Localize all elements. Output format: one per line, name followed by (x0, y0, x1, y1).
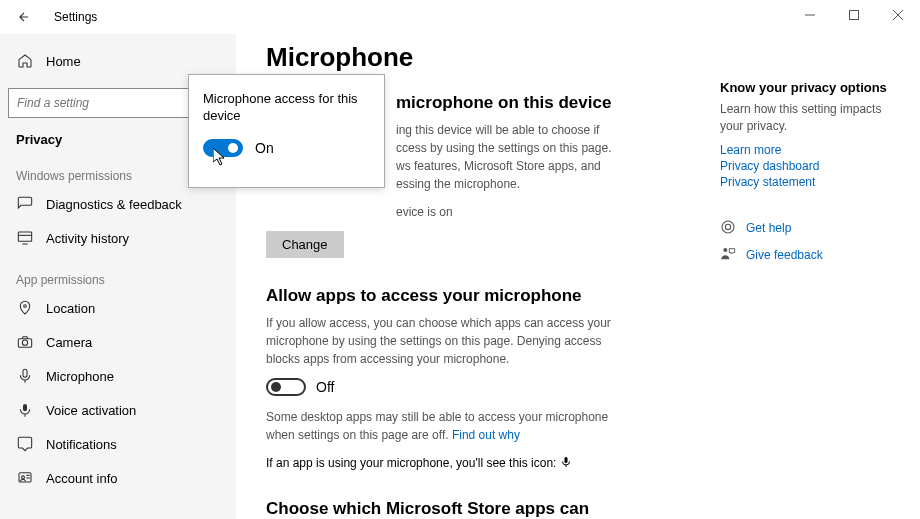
svg-rect-18 (564, 457, 567, 463)
sidebar-home[interactable]: Home (0, 44, 236, 78)
sidebar-item-activity[interactable]: Activity history (0, 221, 236, 255)
section1-status: evice is on (396, 203, 756, 221)
window-title: Settings (54, 10, 97, 24)
voice-icon (16, 402, 34, 418)
section2-title: Allow apps to access your microphone (266, 286, 890, 306)
change-button[interactable]: Change (266, 231, 344, 258)
feedback-icon (16, 196, 34, 212)
svg-point-19 (722, 221, 734, 233)
sidebar-heading-app-permissions: App permissions (0, 255, 236, 291)
section1-line1: ing this device will be able to choose i… (396, 123, 599, 137)
minimize-button[interactable] (788, 0, 832, 30)
feedback-person-icon (720, 246, 736, 265)
toggle-off-icon (266, 378, 306, 396)
window-controls (788, 0, 920, 30)
sidebar-item-camera[interactable]: Camera (0, 325, 236, 359)
toggle-on-icon (203, 139, 243, 157)
popup-toggle-state: On (255, 140, 274, 156)
sidebar-item-diagnostics[interactable]: Diagnostics & feedback (0, 187, 236, 221)
section2-note-wrap: Some desktop apps may still be able to a… (266, 408, 626, 444)
sidebar-home-label: Home (46, 54, 81, 69)
home-icon (16, 53, 34, 69)
mic-access-popup: Microphone access for this device On (188, 74, 385, 188)
section1-line2: ccess by using the settings on this page… (396, 141, 611, 155)
toggle-state-label: Off (316, 379, 334, 395)
find-out-why-link[interactable]: Find out why (452, 428, 520, 442)
sidebar-item-label: Notifications (46, 437, 117, 452)
section1-line3: ws features, Microsoft Store apps, and (396, 159, 601, 173)
section2-using: If an app is using your microphone, you'… (266, 456, 556, 470)
svg-rect-6 (18, 232, 31, 241)
svg-point-11 (22, 340, 27, 345)
sidebar-item-notifications[interactable]: Notifications (0, 427, 236, 461)
section1-line4: essing the microphone. (396, 177, 520, 191)
page-title: Microphone (266, 42, 890, 73)
right-panel: Know your privacy options Learn how this… (720, 80, 900, 273)
sidebar-item-location[interactable]: Location (0, 291, 236, 325)
help-icon (720, 219, 736, 238)
svg-point-9 (24, 305, 27, 308)
popup-text: Microphone access for this device (203, 91, 370, 125)
privacy-options-body: Learn how this setting impacts your priv… (720, 101, 900, 135)
allow-apps-toggle[interactable]: Off (266, 378, 890, 396)
sidebar-item-microphone[interactable]: Microphone (0, 359, 236, 393)
section2-note: Some desktop apps may still be able to a… (266, 410, 608, 442)
titlebar: Settings (0, 0, 920, 34)
sidebar-item-account[interactable]: Account info (0, 461, 236, 495)
mic-in-use-icon (560, 455, 572, 473)
privacy-options-title: Know your privacy options (720, 80, 900, 95)
sidebar-item-voice[interactable]: Voice activation (0, 393, 236, 427)
privacy-dashboard-link[interactable]: Privacy dashboard (720, 159, 900, 173)
svg-rect-1 (850, 11, 859, 20)
svg-point-15 (22, 476, 25, 479)
sidebar-item-label: Location (46, 301, 95, 316)
sidebar-item-label: Diagnostics & feedback (46, 197, 182, 212)
close-button[interactable] (876, 0, 920, 30)
account-icon (16, 470, 34, 486)
microphone-icon (16, 368, 34, 384)
back-button[interactable] (10, 3, 38, 31)
sidebar-item-label: Voice activation (46, 403, 136, 418)
notifications-icon (16, 436, 34, 452)
svg-point-20 (725, 224, 730, 229)
learn-more-link[interactable]: Learn more (720, 143, 900, 157)
get-help-link[interactable]: Get help (720, 219, 900, 238)
svg-rect-13 (23, 404, 27, 411)
section2-using-wrap: If an app is using your microphone, you'… (266, 454, 626, 473)
svg-rect-12 (23, 369, 27, 377)
sidebar-item-label: Microphone (46, 369, 114, 384)
sidebar-item-label: Activity history (46, 231, 129, 246)
maximize-button[interactable] (832, 0, 876, 30)
sidebar-item-label: Camera (46, 335, 92, 350)
svg-point-21 (723, 248, 727, 252)
activity-icon (16, 230, 34, 246)
section2-body: If you allow access, you can choose whic… (266, 314, 626, 368)
privacy-statement-link[interactable]: Privacy statement (720, 175, 900, 189)
sidebar-item-label: Account info (46, 471, 118, 486)
location-icon (16, 300, 34, 316)
camera-icon (16, 334, 34, 350)
section3-title: Choose which Microsoft Store apps can ac… (266, 499, 646, 519)
give-feedback-link[interactable]: Give feedback (720, 246, 900, 265)
device-mic-toggle[interactable]: On (203, 139, 370, 157)
